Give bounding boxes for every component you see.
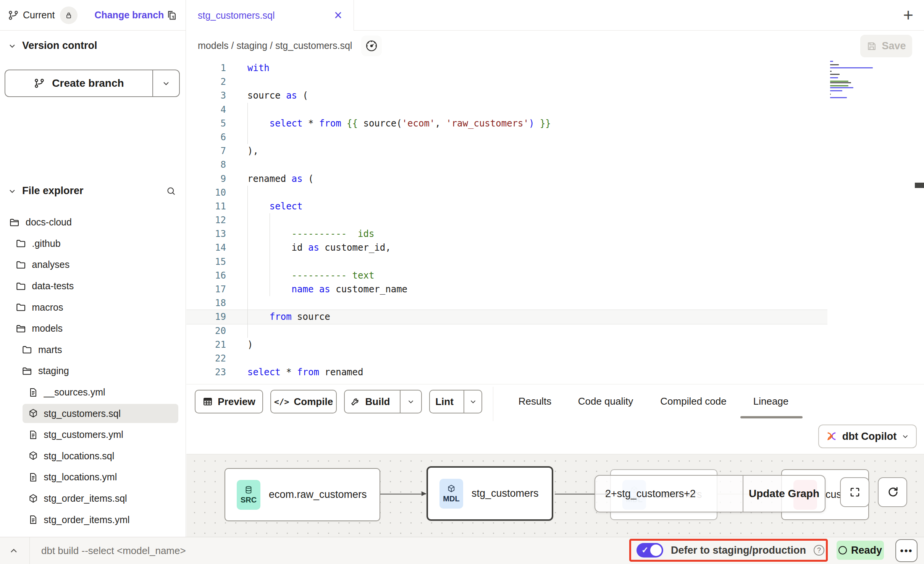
- help-icon[interactable]: ?: [814, 545, 824, 556]
- doc-icon: [28, 429, 39, 440]
- file-tree-label: stg_locations.yml: [44, 472, 117, 483]
- file-tree-item[interactable]: docs-cloud: [0, 212, 186, 233]
- change-branch-link[interactable]: Change branch: [94, 10, 164, 21]
- scrollbar-thumb[interactable]: [915, 183, 924, 188]
- results-panel: Preview </> Compile Build Lint: [186, 384, 924, 454]
- code-line[interactable]: 21): [186, 338, 924, 352]
- version-control-section[interactable]: Version control: [8, 40, 176, 52]
- tab-compiled-code[interactable]: Compiled code: [660, 395, 726, 407]
- doc-icon: [28, 514, 39, 525]
- file-tree-item[interactable]: staging: [0, 360, 186, 382]
- file-tree-item[interactable]: __sources.yml: [0, 382, 186, 403]
- code-line[interactable]: 18: [186, 296, 924, 310]
- code-line[interactable]: 20: [186, 324, 924, 338]
- chevron-down-icon: [901, 432, 909, 441]
- code-line[interactable]: 6: [186, 130, 924, 144]
- file-tree-label: staging: [38, 365, 69, 376]
- more-options-button[interactable]: •••: [895, 539, 918, 562]
- breadcrumb-row: models / staging / stg_customers.sql Sav…: [186, 31, 924, 60]
- folder-open-icon: [21, 365, 33, 377]
- code-line[interactable]: 22: [186, 352, 924, 365]
- code-line[interactable]: 15: [186, 255, 924, 269]
- create-branch-button[interactable]: Create branch: [5, 70, 180, 97]
- fullscreen-button[interactable]: [840, 477, 869, 507]
- create-branch-label: Create branch: [52, 77, 124, 89]
- create-branch-dropdown[interactable]: [152, 70, 179, 96]
- tab-results[interactable]: Results: [519, 395, 552, 407]
- code-line[interactable]: 2: [186, 75, 924, 89]
- dbt-copilot-button[interactable]: dbt Copilot: [818, 425, 917, 448]
- file-tree-item[interactable]: analyses: [0, 254, 186, 276]
- compile-button[interactable]: </> Compile: [270, 390, 337, 413]
- preview-label: Preview: [218, 396, 255, 408]
- git-branch-icon: [34, 78, 45, 89]
- code-line[interactable]: 17 name as customer_name: [186, 282, 924, 296]
- code-line[interactable]: 16 ---------- text: [186, 269, 924, 282]
- folder-icon: [15, 301, 27, 313]
- copy-icon[interactable]: [166, 9, 178, 21]
- lineage-node-stg-customers[interactable]: MDL stg_customers: [426, 466, 553, 521]
- close-icon[interactable]: ×: [334, 8, 342, 22]
- command-input[interactable]: dbt build --select <model_name>: [41, 545, 186, 557]
- git-branch-icon: [8, 10, 19, 21]
- file-tree-item[interactable]: stg_customers.sql: [0, 403, 186, 424]
- code-line[interactable]: 11 select: [186, 199, 924, 213]
- lineage-node-source[interactable]: SRC ecom.raw_customers: [225, 468, 380, 521]
- tab-stg-customers[interactable]: stg_customers.sql ×: [186, 0, 354, 31]
- lineage-graph[interactable]: SRC ecom.raw_customers MDL stg_customers…: [186, 454, 924, 537]
- lint-button[interactable]: Lint: [429, 390, 482, 413]
- preview-button[interactable]: Preview: [195, 390, 263, 413]
- update-graph-button[interactable]: Update Graph: [743, 476, 825, 512]
- minimap[interactable]: [830, 61, 875, 99]
- tab-lineage[interactable]: Lineage: [753, 395, 789, 407]
- toolbar-divider: [493, 387, 493, 421]
- file-tree-item[interactable]: data-tests: [0, 276, 186, 297]
- file-tree-item[interactable]: models: [0, 318, 186, 339]
- chevron-down-icon: [8, 41, 17, 50]
- code-lines[interactable]: 1with23source as (45 select * from {{ so…: [186, 61, 924, 379]
- code-line[interactable]: 12: [186, 213, 924, 227]
- file-tree-label: data-tests: [32, 280, 74, 292]
- build-label: Build: [365, 396, 390, 408]
- code-line[interactable]: 4: [186, 103, 924, 117]
- folder-icon: [15, 259, 27, 271]
- tab-code-quality[interactable]: Code quality: [578, 395, 633, 407]
- file-tree-label: analyses: [32, 259, 70, 270]
- code-line[interactable]: 8: [186, 158, 924, 172]
- code-line[interactable]: 3source as (: [186, 89, 924, 102]
- save-button[interactable]: Save: [860, 35, 912, 57]
- lint-dropdown[interactable]: [464, 391, 481, 413]
- code-line[interactable]: 13 ---------- ids: [186, 227, 924, 241]
- build-dropdown[interactable]: [400, 391, 421, 413]
- file-tree-label: stg_customers.sql: [44, 408, 121, 419]
- chevron-up-icon[interactable]: [8, 546, 19, 556]
- code-line[interactable]: 10: [186, 186, 924, 199]
- branch-lock-badge: [60, 6, 78, 24]
- code-icon: </>: [274, 397, 289, 407]
- new-tab-button[interactable]: +: [903, 5, 913, 25]
- file-tree-item[interactable]: stg_customers.yml: [0, 424, 186, 446]
- file-tree-item[interactable]: stg_order_items.sql: [0, 488, 186, 509]
- code-editor[interactable]: 1with23source as (45 select * from {{ so…: [186, 60, 924, 384]
- gauge-icon[interactable]: [361, 36, 382, 56]
- refresh-button[interactable]: [878, 477, 907, 507]
- code-line[interactable]: 19 from source: [186, 310, 924, 324]
- file-tree-item[interactable]: marts: [0, 339, 186, 361]
- defer-toggle[interactable]: ✓: [636, 543, 663, 558]
- code-line[interactable]: 14 id as customer_id,: [186, 241, 924, 254]
- defer-toggle-highlight: ✓ Defer to staging/production ?: [629, 539, 828, 562]
- code-line[interactable]: 5 select * from {{ source('ecom', 'raw_c…: [186, 117, 924, 130]
- lineage-filter-input[interactable]: 2+stg_customers+2: [595, 476, 743, 512]
- file-tree-item[interactable]: stg_order_items.yml: [0, 509, 186, 530]
- search-icon[interactable]: [166, 186, 176, 196]
- build-button[interactable]: Build: [344, 390, 422, 413]
- code-line[interactable]: 23select * from renamed: [186, 365, 924, 379]
- file-tree-item[interactable]: stg_locations.yml: [0, 467, 186, 488]
- file-tree-item[interactable]: stg_locations.sql: [0, 446, 186, 467]
- file-tree-item[interactable]: .github: [0, 233, 186, 254]
- code-line[interactable]: 1with: [186, 61, 924, 75]
- code-line[interactable]: 7),: [186, 144, 924, 158]
- file-tree-item[interactable]: macros: [0, 297, 186, 318]
- file-explorer-section[interactable]: File explorer: [8, 185, 176, 197]
- code-line[interactable]: 9renamed as (: [186, 172, 924, 186]
